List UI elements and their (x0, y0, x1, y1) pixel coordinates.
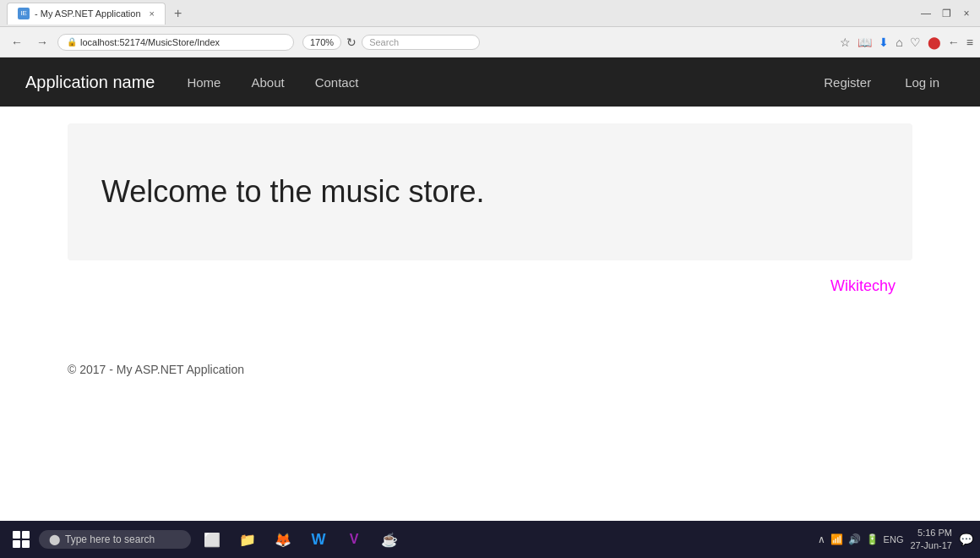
home-icon[interactable]: ⌂ (896, 36, 902, 49)
search-circle-icon: ⬤ (49, 533, 60, 545)
windows-logo-icon (13, 531, 30, 548)
maximize-button[interactable]: ❐ (939, 7, 953, 20)
browser-titlebar: IE - My ASP.NET Application × + — ❐ × (0, 0, 980, 27)
welcome-box: Welcome to the music store. (68, 123, 912, 260)
browser-tab[interactable]: IE - My ASP.NET Application × (7, 3, 166, 25)
footer: © 2017 - My ASP.NET Application (0, 346, 980, 393)
copyright-text: © 2017 - My ASP.NET Application (68, 363, 244, 376)
new-tab-button[interactable]: + (169, 6, 187, 21)
search-placeholder: Search (369, 37, 399, 47)
download-icon[interactable]: ⬇ (879, 36, 889, 49)
nav-link-register[interactable]: Register (808, 57, 886, 107)
forward-button[interactable]: → (32, 34, 52, 51)
volume-icon[interactable]: 🔊 (848, 533, 861, 545)
tab-label: - My ASP.NET Application (35, 8, 141, 19)
taskbar: ⬤ Type here to search ⬜ 📁 🦊 W V ☕ ∧ 📶 🔊 … (0, 521, 980, 558)
welcome-title: Welcome to the music store. (101, 174, 879, 210)
nav-link-about[interactable]: About (236, 57, 299, 107)
back-arrow-icon[interactable]: ← (948, 36, 960, 49)
zoom-level: 170% (302, 35, 341, 50)
clock-time: 5:16 PM (910, 527, 952, 539)
notification-icon[interactable]: 💬 (959, 533, 973, 546)
clock-date: 27-Jun-17 (910, 539, 952, 552)
start-button[interactable] (7, 525, 35, 554)
reading-mode-icon[interactable]: 📖 (858, 36, 872, 49)
url-text: localhost:52174/MusicStore/Index (80, 37, 220, 47)
task-view-icon[interactable]: ⬜ (198, 525, 226, 554)
main-content: Welcome to the music store. Wikitechy (0, 107, 980, 312)
word-icon[interactable]: W (304, 525, 333, 554)
battery-icon[interactable]: 🔋 (866, 533, 879, 545)
navbar-links: Home About Contact (172, 57, 808, 107)
nav-link-login[interactable]: Log in (890, 57, 955, 107)
system-tray-icons: ∧ 📶 🔊 🔋 ENG (818, 533, 904, 545)
window-controls: — ❐ × (919, 7, 973, 20)
bookmark-icon[interactable]: ☆ (840, 36, 851, 49)
taskbar-quick-icons: ⬜ 📁 🦊 W V ☕ (198, 525, 404, 554)
menu-icon[interactable]: ≡ (966, 36, 973, 49)
favorites-icon[interactable]: ♡ (910, 36, 921, 49)
taskbar-search[interactable]: ⬤ Type here to search (39, 530, 191, 549)
stop-icon[interactable]: ⬤ (928, 36, 941, 49)
refresh-button[interactable]: ↻ (346, 36, 357, 49)
java-icon[interactable]: ☕ (375, 525, 404, 554)
wikitechy-label: Wikitechy (68, 277, 912, 295)
network-icon[interactable]: 📶 (830, 533, 843, 545)
tab-favicon-icon: IE (18, 8, 30, 19)
address-bar[interactable]: 🔒 localhost:52174/MusicStore/Index (57, 34, 294, 51)
toolbar-icons: ☆ 📖 ⬇ ⌂ ♡ ⬤ ← ≡ (840, 36, 973, 49)
language-label: ENG (884, 534, 904, 544)
back-button[interactable]: ← (7, 34, 27, 51)
visual-studio-icon[interactable]: V (340, 525, 368, 554)
taskbar-right: ∧ 📶 🔊 🔋 ENG 5:16 PM 27-Jun-17 💬 (818, 527, 973, 553)
file-explorer-icon[interactable]: 📁 (233, 525, 262, 554)
navbar-right: Register Log in (808, 57, 955, 107)
app-navbar: Application name Home About Contact Regi… (0, 57, 980, 107)
system-clock[interactable]: 5:16 PM 27-Jun-17 (910, 527, 952, 553)
nav-link-home[interactable]: Home (172, 57, 236, 107)
browser-addressbar: ← → 🔒 localhost:52174/MusicStore/Index 1… (0, 27, 980, 57)
close-window-button[interactable]: × (960, 7, 973, 20)
tab-close-button[interactable]: × (150, 8, 155, 19)
firefox-icon[interactable]: 🦊 (269, 525, 297, 554)
browser-search-input[interactable]: Search (362, 35, 480, 50)
nav-link-contact[interactable]: Contact (300, 57, 374, 107)
taskbar-search-placeholder: Type here to search (65, 533, 155, 545)
tray-up-icon[interactable]: ∧ (818, 533, 825, 545)
lock-icon: 🔒 (67, 37, 77, 46)
minimize-button[interactable]: — (919, 7, 933, 20)
navbar-brand[interactable]: Application name (25, 73, 155, 92)
